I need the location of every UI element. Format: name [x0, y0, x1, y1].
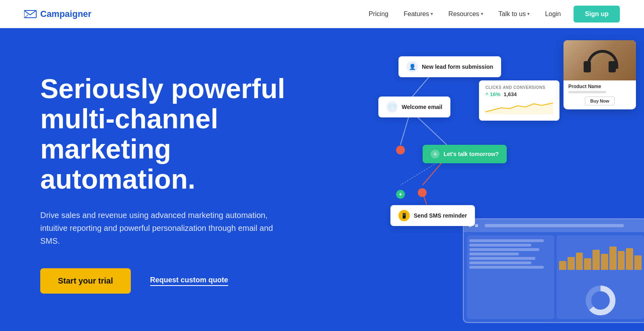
dash-header-bar	[485, 224, 624, 227]
table-row	[469, 253, 519, 255]
clicks-conversions-widget: CLICKS AND CONVERSIONS ^ 16% 1,634	[479, 80, 559, 121]
donut-chart	[559, 284, 642, 317]
bar-8	[618, 251, 625, 270]
clicks-count: 1,634	[504, 91, 517, 97]
hero-heading: Seriously powerful multi-channel marketi…	[40, 74, 330, 194]
node-lead-form: 👤 New lead form submission	[398, 56, 501, 77]
table-row	[469, 244, 531, 247]
bar-3	[576, 253, 583, 270]
headphones-image	[584, 48, 616, 72]
dashboard-table-section	[467, 235, 554, 319]
start-trial-button[interactable]: Start your trial	[40, 268, 131, 294]
product-card-body: Product Name Buy Now	[564, 80, 636, 109]
chevron-down-icon: ▾	[527, 11, 530, 16]
dash-dot-1	[469, 224, 472, 227]
nav-resources[interactable]: Resources ▾	[442, 7, 489, 21]
navbar: Campaigner Pricing Features ▾ Resources …	[0, 0, 644, 28]
add-branch-button[interactable]: +	[396, 190, 405, 199]
hero-cta: Start your trial Request custom quote	[40, 268, 330, 294]
dash-dot-2	[475, 224, 478, 227]
dashboard-rows	[469, 239, 552, 269]
dashboard-header	[464, 219, 644, 232]
nav-talk-to-us[interactable]: Talk to us ▾	[492, 7, 537, 21]
bar-1	[559, 261, 566, 270]
dashboard-body	[464, 232, 644, 322]
svg-line-1	[25, 14, 28, 18]
chevron-down-icon: ▾	[481, 11, 483, 16]
branch-dot-no	[396, 146, 405, 154]
nav-login[interactable]: Login	[539, 7, 567, 21]
table-row	[469, 261, 531, 264]
hero-illustration: 👤 New lead form submission ✉️ Welcome em…	[354, 28, 644, 331]
table-row	[469, 257, 535, 260]
nav-pricing[interactable]: Pricing	[362, 7, 395, 21]
clicks-percent: ^ 16%	[485, 91, 500, 97]
nav-signup-button[interactable]: Sign up	[574, 6, 620, 23]
chevron-down-icon: ▾	[431, 11, 433, 16]
bar-9	[626, 248, 633, 270]
dashboard-chart-section	[557, 235, 644, 319]
sms-icon: 📱	[398, 210, 410, 221]
product-card: Product Name Buy Now	[564, 40, 636, 109]
hero-content: Seriously powerful multi-channel marketi…	[0, 28, 354, 331]
bar-2	[568, 257, 575, 270]
branch-dot-sms	[418, 188, 427, 197]
table-row	[469, 248, 539, 251]
hero-subtext: Drive sales and revenue using advanced m…	[40, 209, 274, 247]
hero-section: Seriously powerful multi-channel marketi…	[0, 28, 644, 331]
bar-chart	[559, 238, 642, 270]
clicks-stats: ^ 16% 1,634	[485, 91, 553, 97]
request-quote-button[interactable]: Request custom quote	[150, 276, 228, 286]
chat-icon: ≡	[431, 150, 440, 158]
node-welcome-email: ✉️ Welcome email	[378, 97, 450, 117]
node-lets-talk: ≡ Let's talk tomorrow?	[423, 145, 507, 163]
buy-now-button[interactable]: Buy Now	[585, 97, 614, 105]
bar-7	[609, 247, 617, 270]
product-name: Product Name	[568, 84, 631, 89]
bar-10	[634, 255, 642, 270]
node-sms-reminder: 📱 Send SMS reminder	[390, 205, 475, 226]
product-image	[564, 40, 636, 80]
product-name-bar	[568, 91, 606, 93]
nav-features[interactable]: Features ▾	[397, 7, 440, 21]
user-icon: 👤	[407, 61, 418, 72]
table-row	[469, 239, 544, 242]
email-icon: ✉️	[386, 101, 398, 113]
dashboard-widget	[463, 218, 644, 323]
bar-6	[601, 254, 608, 270]
clicks-title: CLICKS AND CONVERSIONS	[485, 85, 553, 90]
table-row	[469, 266, 544, 269]
bar-4	[584, 258, 591, 270]
bar-5	[592, 250, 600, 270]
nav-menu: Pricing Features ▾ Resources ▾ Talk to u…	[362, 6, 620, 23]
logo[interactable]: Campaigner	[24, 9, 91, 19]
